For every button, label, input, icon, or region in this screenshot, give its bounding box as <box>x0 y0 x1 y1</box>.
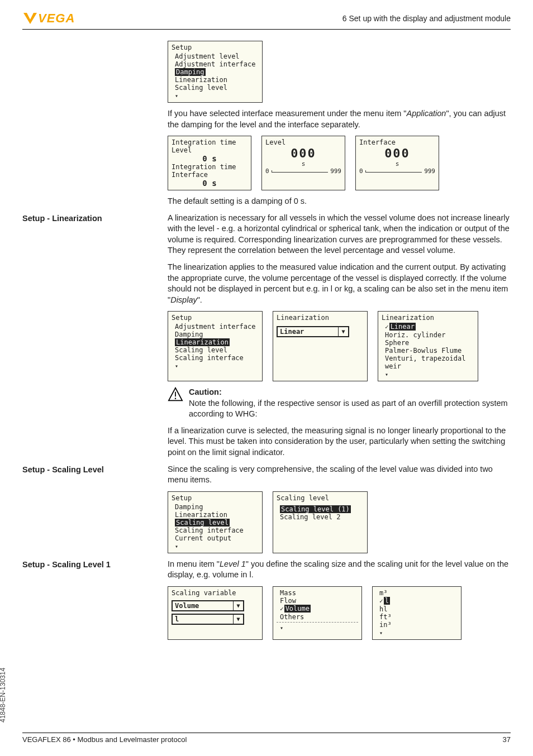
dropdown-linearization[interactable]: Linear ▼ <box>277 326 349 337</box>
warning-icon <box>168 387 183 401</box>
lcd-interface-value: Interface 000 s 0999 <box>355 136 439 190</box>
para-lin-2: The linearization applies to the measure… <box>168 262 511 305</box>
svg-point-3 <box>175 398 176 399</box>
chevron-down-icon[interactable]: ▼ <box>338 327 348 336</box>
caution-body2: If a linearization curve is selected, th… <box>168 425 511 458</box>
heading-scaling-level-1: Setup - Scaling Level 1 <box>22 560 156 569</box>
caution-block: Caution: Note the following, if the resp… <box>168 387 511 420</box>
chevron-down-icon[interactable]: ▼ <box>233 615 243 624</box>
lcd-lin-options: Linearization Linear Horiz. cylinder Sph… <box>378 311 478 381</box>
dropdown-volume[interactable]: Volume ▼ <box>172 600 244 611</box>
lcd-sv-units: m³ l hl ft³ in³ <box>372 586 461 640</box>
lcd-integration-times: Integration time Level 0 s Integration t… <box>168 136 251 190</box>
lcd-level-value: Level 000 s 0999 <box>261 136 345 190</box>
lcd-lin-dropdown: Linearization Linear ▼ <box>273 311 368 381</box>
chevron-down-icon[interactable]: ▼ <box>233 601 243 610</box>
lcd-scl-sub: Scaling level Scaling level (1) Scaling … <box>273 491 368 553</box>
doc-id-vertical: 41848-EN-130314 <box>0 668 7 722</box>
footer-product: VEGAFLEX 86 • Modbus and Levelmaster pro… <box>22 735 187 744</box>
para-scl-1: Since the scaling is very comprehensive,… <box>168 464 511 486</box>
para-default-damping: The default setting is a damping of 0 s. <box>168 196 511 207</box>
lcd-scaling-variable: Scaling variable Volume ▼ l ▼ <box>168 586 263 640</box>
heading-scaling-level: Setup - Scaling Level <box>22 465 156 474</box>
lcd-setup-scl: Setup Damping Linearization Scaling leve… <box>168 491 263 553</box>
para-scl1-1: In menu item "Level 1" you define the sc… <box>168 559 511 581</box>
lcd-sv-options: Mass Flow Volume Others <box>273 586 362 640</box>
para-damping-intro: If you have selected interface measureme… <box>168 108 511 130</box>
header-rule <box>22 29 511 30</box>
vega-logo: VEGA <box>22 11 75 26</box>
heading-linearization: Setup - Linearization <box>22 214 156 223</box>
lcd-setup-damping: Setup Adjustment level Adjustment interf… <box>168 41 263 103</box>
svg-marker-0 <box>23 13 37 24</box>
footer-page: 37 <box>503 735 511 744</box>
lcd-setup-lin: Setup Adjustment interface Damping Linea… <box>168 311 263 381</box>
dropdown-unit[interactable]: l ▼ <box>172 614 244 625</box>
chapter-title: 6 Set up with the display and adjustment… <box>342 14 511 23</box>
para-lin-1: A linearization is necessary for all ves… <box>168 213 511 256</box>
